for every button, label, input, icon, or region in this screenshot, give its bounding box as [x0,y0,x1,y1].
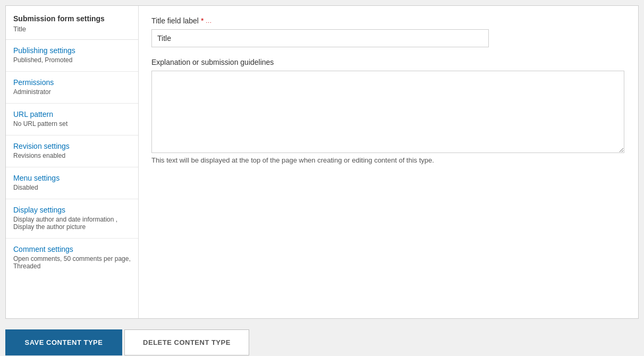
sidebar-item-permissions[interactable]: Permissions Administrator [6,72,138,104]
sidebar-item-desc-comment: Open comments, 50 comments per page, Thr… [13,255,131,275]
title-field-group: Title field label * ... [151,16,625,47]
sidebar-item-display-settings[interactable]: Display settings Display author and date… [6,199,138,239]
sidebar-item-url-pattern[interactable]: URL pattern No URL pattern set [6,104,138,135]
sidebar-item-title-comment[interactable]: Comment settings [13,245,131,253]
sidebar-item-title-display[interactable]: Display settings [13,206,131,214]
title-field-label-text: Title field label [151,16,199,25]
sidebar-item-title-publishing[interactable]: Publishing settings [13,46,131,55]
sidebar-header: Submission form settings [6,6,138,25]
sidebar-item-desc-display: Display author and date information , Di… [13,216,131,236]
required-dots: ... [206,18,211,24]
page-wrapper: Submission form settings Title Publishin… [0,0,644,356]
content-card: Submission form settings Title Publishin… [5,5,639,319]
sidebar-item-title-url[interactable]: URL pattern [13,110,131,118]
sidebar: Submission form settings Title Publishin… [6,6,139,318]
title-field-input[interactable] [151,29,489,47]
sidebar-item-desc-menu: Disabled [13,184,131,197]
sidebar-item-publishing-settings[interactable]: Publishing settings Published, Promoted [6,40,138,72]
sidebar-item-desc-publishing: Published, Promoted [13,56,131,69]
field-hint-text: This text will be displayed at the top o… [151,156,625,164]
explanation-field-group: Explanation or submission guidelines Thi… [151,58,625,164]
required-star-icon: * [201,16,204,25]
form-area: Title field label * ... Explanation or s… [139,6,638,318]
footer-buttons: SAVE CONTENT TYPE DELETE CONTENT TYPE [0,324,644,356]
sidebar-item-title-menu[interactable]: Menu settings [13,174,131,182]
sidebar-subtitle: Title [6,25,138,40]
sidebar-item-menu-settings[interactable]: Menu settings Disabled [6,167,138,199]
sidebar-item-desc-url: No URL pattern set [13,120,131,133]
main-content: Submission form settings Title Publishin… [0,0,644,324]
sidebar-item-desc-permissions: Administrator [13,88,131,101]
sidebar-item-title-permissions[interactable]: Permissions [13,78,131,87]
sidebar-item-comment-settings[interactable]: Comment settings Open comments, 50 comme… [6,239,138,277]
sidebar-item-revision-settings[interactable]: Revision settings Revisions enabled [6,135,138,167]
sidebar-item-desc-revision: Revisions enabled [13,152,131,165]
explanation-textarea[interactable] [151,71,624,153]
delete-content-type-button[interactable]: DELETE CONTENT TYPE [124,329,249,355]
sidebar-item-title-revision[interactable]: Revision settings [13,142,131,150]
title-field-label: Title field label * ... [151,16,625,25]
save-content-type-button[interactable]: SAVE CONTENT TYPE [5,329,122,355]
explanation-label: Explanation or submission guidelines [151,58,625,66]
